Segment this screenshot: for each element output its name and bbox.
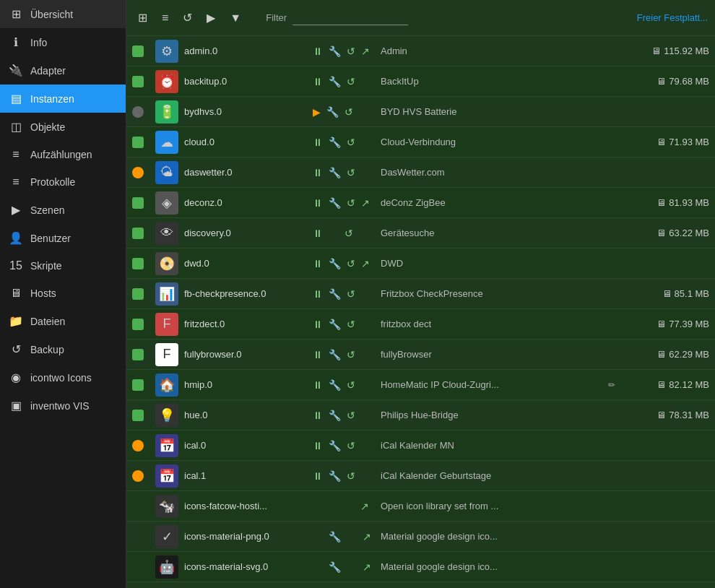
- sidebar-label-objekte: Objekte: [30, 121, 65, 133]
- refresh-button[interactable]: ↺: [178, 8, 196, 27]
- config-button[interactable]: 🔧: [327, 318, 342, 331]
- restart-button[interactable]: ↺: [345, 75, 357, 88]
- restart-button[interactable]: ↺: [345, 196, 357, 209]
- config-button[interactable]: 🔧: [325, 105, 340, 118]
- table-row: ◈ deconz.0 ⏸🔧↺↗ deConz ZigBee 🖥81.93 MB: [126, 188, 715, 218]
- config-button[interactable]: 🔧: [327, 287, 342, 301]
- restart-button[interactable]: ↺: [345, 318, 357, 331]
- restart-button[interactable]: ↺: [345, 136, 357, 149]
- instance-name: fb-checkpresence.0: [184, 288, 307, 299]
- restart-button[interactable]: ↺: [345, 439, 357, 452]
- config-button[interactable]: 🔧: [327, 257, 342, 270]
- memory-value: 82.12 MB: [669, 379, 709, 390]
- restart-button[interactable]: ↺: [345, 379, 357, 392]
- col-icon: 📊: [154, 282, 180, 306]
- filter-toggle-button[interactable]: ▼: [225, 9, 246, 27]
- table-row: 🐄 icons-fatcow-hosti... ↗ Open icon libr…: [126, 491, 715, 522]
- config-button[interactable]: 🔧: [327, 530, 342, 543]
- filter-input[interactable]: [292, 11, 408, 25]
- pause-button[interactable]: ⏸: [311, 287, 324, 301]
- pause-button[interactable]: ⏸: [311, 75, 324, 88]
- sidebar-item-dateien[interactable]: 📁 Dateien: [0, 307, 126, 335]
- instance-icon: 🤖: [155, 555, 178, 579]
- pause-button[interactable]: ⏸: [311, 318, 324, 331]
- restart-button[interactable]: ↺: [345, 470, 357, 483]
- pause-button[interactable]: ⏸: [311, 227, 324, 240]
- col-icon: ☁: [154, 131, 180, 154]
- cpu-icon: 🖥: [656, 319, 666, 329]
- instance-icon: 🏠: [155, 373, 178, 397]
- config-button[interactable]: 🔧: [327, 136, 342, 149]
- pause-button[interactable]: ⏸: [311, 379, 324, 392]
- config-button[interactable]: 🔧: [327, 379, 342, 392]
- sidebar-item-backup[interactable]: ↺ Backup: [0, 335, 126, 363]
- play-all-button[interactable]: ▶: [202, 8, 220, 27]
- sidebar-item-icontwo[interactable]: ◉ icontwo Icons: [0, 363, 126, 392]
- table-row: ⏰ backitup.0 ⏸🔧↺ BackItUp 🖥79.68 MB: [126, 66, 715, 97]
- pause-button[interactable]: ⏸: [311, 470, 324, 483]
- pause-button[interactable]: ⏸: [311, 196, 324, 209]
- table-row: 🌤 daswetter.0 ⏸🔧↺ DasWetter.com: [126, 157, 715, 188]
- col-icon: 📅: [154, 434, 180, 457]
- open-link-button[interactable]: ↗: [361, 530, 373, 543]
- col-icon: ✓: [154, 525, 180, 548]
- sidebar-item-skripte[interactable]: 15 Skripte: [0, 252, 126, 280]
- config-button[interactable]: 🔧: [327, 45, 342, 58]
- restart-button[interactable]: ↺: [343, 227, 355, 240]
- restart-button[interactable]: ↺: [345, 409, 357, 422]
- sidebar-item-hosts[interactable]: 🖥 Hosts: [0, 280, 126, 307]
- sidebar-icon-hosts: 🖥: [9, 287, 23, 300]
- sidebar-item-instanzen[interactable]: ▤ Instanzen: [0, 85, 126, 113]
- config-button[interactable]: 🔧: [327, 439, 342, 452]
- open-link-button[interactable]: ↗: [361, 561, 373, 574]
- open-link-button[interactable]: ↗: [359, 500, 370, 513]
- restart-button[interactable]: ↺: [345, 45, 357, 58]
- instance-description: BackItUp: [381, 76, 604, 87]
- grid-view-button[interactable]: ⊞: [134, 8, 152, 27]
- status-indicator: [132, 106, 144, 118]
- sidebar-item-aufzahlungen[interactable]: ≡ Aufzählungen: [0, 141, 126, 168]
- sidebar-item-protokolle[interactable]: ≡ Protokolle: [0, 168, 126, 196]
- sidebar-item-szenen[interactable]: ▶ Szenen: [0, 196, 126, 224]
- open-link-button[interactable]: ↗: [360, 45, 371, 58]
- restart-button[interactable]: ↺: [343, 105, 355, 118]
- pause-button[interactable]: ⏸: [311, 409, 324, 422]
- pause-button[interactable]: ⏸: [311, 348, 324, 361]
- config-button[interactable]: 🔧: [327, 348, 342, 361]
- sidebar-item-objekte[interactable]: ◫ Objekte: [0, 113, 126, 141]
- pause-button[interactable]: ⏸: [311, 257, 324, 270]
- restart-button[interactable]: ↺: [345, 257, 357, 270]
- config-button[interactable]: 🔧: [327, 196, 342, 209]
- col-status: [132, 440, 150, 451]
- config-button[interactable]: 🔧: [327, 470, 342, 483]
- pause-button[interactable]: ⏸: [311, 45, 324, 58]
- sidebar-item-ubersicht[interactable]: ⊞ Übersicht: [0, 0, 126, 28]
- restart-button[interactable]: ↺: [345, 287, 357, 301]
- pause-button[interactable]: ⏸: [311, 439, 324, 452]
- config-button[interactable]: 🔧: [327, 75, 342, 88]
- config-button[interactable]: 🔧: [327, 166, 342, 179]
- sidebar-item-benutzer[interactable]: 👤 Benutzer: [0, 224, 126, 252]
- list-view-button[interactable]: ≡: [157, 9, 173, 27]
- status-indicator: [132, 288, 144, 300]
- play-button[interactable]: ▶: [311, 105, 322, 118]
- memory-value: 81.93 MB: [669, 197, 709, 208]
- col-memory: 🖥78.31 MB: [630, 410, 709, 420]
- open-link-button[interactable]: ↗: [360, 257, 371, 270]
- open-link-button[interactable]: ↗: [360, 196, 371, 209]
- config-button[interactable]: 🔧: [327, 561, 342, 574]
- sidebar-label-aufzahlungen: Aufzählungen: [30, 149, 92, 160]
- restart-button[interactable]: ↺: [345, 348, 357, 361]
- pause-button[interactable]: ⏸: [311, 136, 324, 149]
- col-icon: 📅: [154, 464, 180, 488]
- edit-button[interactable]: ✏: [608, 380, 615, 390]
- sidebar-icon-ubersicht: ⊞: [9, 7, 23, 21]
- pause-button[interactable]: ⏸: [311, 166, 324, 179]
- config-button[interactable]: 🔧: [327, 409, 342, 422]
- sidebar-item-inventwo[interactable]: ▣ inventwo VIS: [0, 392, 126, 420]
- sidebar-label-adapter: Adapter: [30, 65, 66, 77]
- sidebar-item-adapter[interactable]: 🔌 Adapter: [0, 56, 126, 85]
- restart-button[interactable]: ↺: [345, 166, 357, 179]
- col-controls: ⏸🔧↺: [311, 348, 376, 361]
- sidebar-item-info[interactable]: ℹ Info: [0, 28, 126, 56]
